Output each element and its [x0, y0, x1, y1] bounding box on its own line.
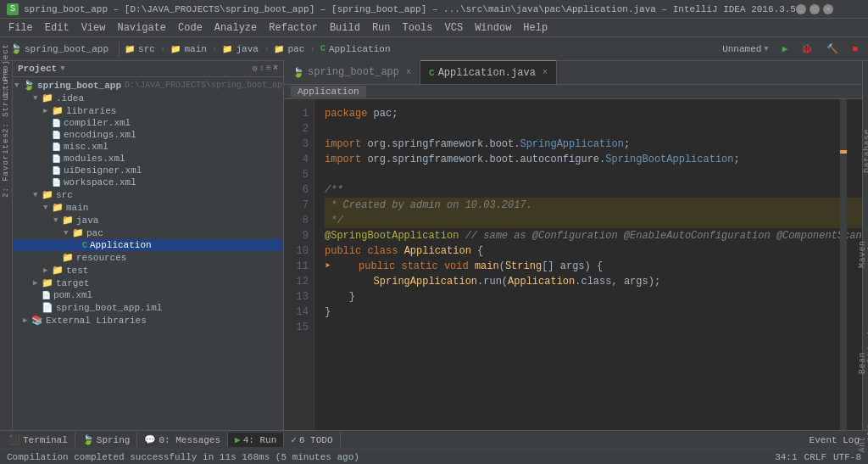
menu-item-file[interactable]: File: [3, 20, 38, 36]
menu-bar: FileEditViewNavigateCodeAnalyzeRefactorB…: [0, 19, 868, 37]
spring-bottom-icon: 🍃: [82, 434, 94, 445]
java-class-icon: C: [320, 44, 326, 53]
menu-item-tools[interactable]: Tools: [398, 20, 438, 36]
main-area: 1: Project 2: Structure 2: Favorites Pro…: [0, 61, 868, 430]
tab-terminal[interactable]: ⬛ Terminal: [2, 433, 75, 447]
breadcrumb-pac[interactable]: pac: [287, 44, 304, 54]
code-content[interactable]: package pac; import org.springframework.…: [314, 99, 862, 430]
arrow-icon: ▼: [64, 229, 72, 238]
tree-external-libs[interactable]: ▶ 📚 External Libraries: [13, 314, 283, 327]
close-icon[interactable]: ×: [273, 64, 278, 74]
xml-icon: 📄: [52, 143, 61, 152]
left-sidebar-toggle: 1: Project 2: Structure 2: Favorites: [0, 61, 13, 430]
menu-item-navigate[interactable]: Navigate: [112, 20, 171, 36]
spring-tab-label: Spring: [97, 435, 131, 445]
breadcrumb-main[interactable]: main: [184, 44, 206, 54]
breadcrumb-application[interactable]: Application: [329, 44, 391, 54]
folder-icon: 📁: [42, 189, 53, 200]
code-line-8: */: [325, 213, 862, 228]
run-button[interactable]: ▶: [777, 42, 793, 56]
menu-item-analyze[interactable]: Analyze: [209, 20, 262, 36]
tree-modules-xml[interactable]: ▶ 📄 modules.xml: [13, 153, 283, 165]
menu-item-run[interactable]: Run: [367, 20, 396, 36]
editor-area: 🍃 spring_boot_app × C Application.java ×…: [284, 61, 862, 430]
tree-uidesigner-xml[interactable]: ▶ 📄 uiDesigner.xml: [13, 165, 283, 176]
tree-iml[interactable]: ▶ 📄 spring_boot_app.iml: [13, 301, 283, 314]
minimize-button[interactable]: _: [796, 4, 806, 14]
file-tree: ▼ 🍃 spring_boot_app D:\JAVA_PROJECTS\spr…: [13, 77, 283, 430]
line-separator[interactable]: CRLF: [804, 452, 826, 462]
tab-close-java[interactable]: ×: [542, 68, 548, 77]
folder-icon: 📁: [72, 227, 84, 238]
arrow-icon: ▼: [33, 191, 42, 199]
tree-pom-xml[interactable]: ▶ 📄 pom.xml: [13, 289, 283, 301]
debug-button[interactable]: 🐞: [796, 42, 818, 56]
tree-idea[interactable]: ▼ 📁 .idea: [13, 92, 283, 104]
tree-resources[interactable]: ▶ 📁 resources: [13, 251, 283, 264]
application-label: Application: [90, 240, 152, 250]
run-config-btn[interactable]: Unnamed ▼: [717, 42, 774, 56]
encoding[interactable]: UTF-8: [833, 452, 861, 462]
tree-pac[interactable]: ▼ 📁 pac: [13, 226, 283, 239]
tab-messages[interactable]: 💬 0: Messages: [137, 433, 228, 447]
code-line-15: [325, 320, 862, 335]
settings-icon[interactable]: ≡: [266, 64, 271, 74]
modules-xml-label: modules.xml: [64, 154, 125, 164]
scroll-indicator[interactable]: [840, 99, 847, 430]
arrow-icon: ▶: [43, 266, 52, 275]
tree-target[interactable]: ▶ 📁 target: [13, 277, 283, 289]
stop-button[interactable]: ■: [847, 42, 863, 56]
tab-run[interactable]: ▶ 4: Run: [228, 433, 284, 447]
ant-build-panel-toggle[interactable]: Ant Build: [858, 425, 868, 453]
file-label: Application: [291, 86, 366, 98]
menu-item-edit[interactable]: Edit: [40, 20, 75, 36]
menu-item-help[interactable]: Help: [518, 20, 553, 36]
menu-item-refactor[interactable]: Refactor: [264, 20, 323, 36]
breadcrumb-java[interactable]: java: [236, 44, 258, 54]
maven-panel-toggle[interactable]: Maven Projects: [858, 224, 868, 268]
tree-src[interactable]: ▼ 📁 src: [13, 188, 283, 201]
tab-spring[interactable]: 🍃 Spring: [75, 433, 138, 447]
tree-encodings-xml[interactable]: ▶ 📄 encodings.xml: [13, 129, 283, 141]
tab-close-spring[interactable]: ×: [406, 68, 411, 77]
code-line-3: import org.springframework.boot.SpringAp…: [325, 137, 862, 152]
tree-java[interactable]: ▼ 📁 java: [13, 214, 283, 226]
tree-workspace-xml[interactable]: ▶ 📄 workspace.xml: [13, 176, 283, 188]
maximize-button[interactable]: □: [810, 4, 820, 14]
run-tab-label: 4: Run: [243, 435, 277, 445]
menu-item-code[interactable]: Code: [173, 20, 208, 36]
breadcrumb-src[interactable]: src: [138, 44, 155, 54]
test-label: test: [66, 266, 88, 276]
tab-todo[interactable]: ✓ 6 TODO: [284, 433, 340, 447]
bean-validation-panel-toggle[interactable]: Bean Validation: [858, 319, 868, 374]
menu-item-window[interactable]: Window: [470, 20, 516, 36]
database-panel-toggle[interactable]: Database: [863, 129, 868, 173]
tab-spring-boot-app[interactable]: 🍃 spring_boot_app ×: [284, 60, 420, 84]
menu-item-build[interactable]: Build: [325, 20, 365, 36]
event-log-label: Event Log: [810, 435, 860, 445]
tree-main[interactable]: ▼ 📁 main: [13, 201, 283, 214]
build-button[interactable]: 🔨: [821, 42, 843, 56]
tree-root[interactable]: ▼ 🍃 spring_boot_app D:\JAVA_PROJECTS\spr…: [13, 79, 283, 92]
tree-compiler-xml[interactable]: ▶ 📄 compiler.xml: [13, 117, 283, 129]
event-log-button[interactable]: Event Log: [803, 433, 866, 447]
tree-application[interactable]: ▶ C Application: [13, 239, 283, 251]
src-label: src: [56, 190, 73, 200]
sort-icon[interactable]: ↕: [259, 64, 264, 74]
xml-icon: 📄: [52, 178, 61, 187]
spring-leaf-icon: 🍃: [10, 43, 22, 54]
tab-application-java[interactable]: C Application.java ×: [420, 60, 557, 84]
structure-panel-toggle[interactable]: 2: Structure: [0, 95, 12, 107]
tree-libraries[interactable]: ▶ 📁 libraries: [13, 104, 283, 117]
uidesigner-xml-label: uiDesigner.xml: [64, 165, 142, 176]
menu-item-vcs[interactable]: VCS: [440, 20, 469, 36]
tree-misc-xml[interactable]: ▶ 📄 misc.xml: [13, 141, 283, 153]
arrow-icon: ▶: [23, 316, 31, 325]
gear-icon[interactable]: ⚙: [253, 64, 258, 74]
arrow-icon: ▼: [43, 204, 52, 212]
close-button[interactable]: ×: [823, 4, 833, 14]
tree-test[interactable]: ▶ 📁 test: [13, 264, 283, 277]
favorites-toggle[interactable]: 2: Favorites: [0, 159, 12, 171]
menu-item-view[interactable]: View: [76, 20, 111, 36]
code-editor[interactable]: 12345 678910 1112131415 package pac; imp…: [284, 99, 862, 430]
